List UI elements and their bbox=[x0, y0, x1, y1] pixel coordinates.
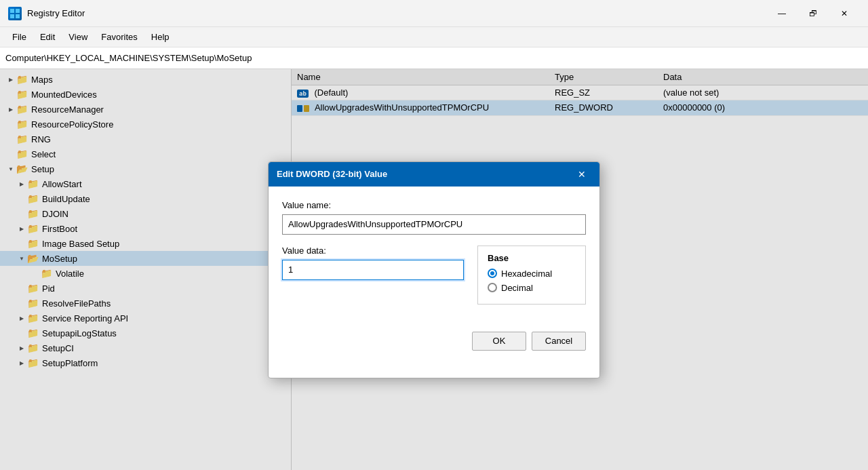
minimize-button[interactable]: — bbox=[766, 3, 797, 24]
dialog-body: Value name: Value data: Base Hexadecimal bbox=[269, 187, 599, 332]
close-button[interactable]: ✕ bbox=[829, 3, 860, 24]
radio-hex-indicator[interactable] bbox=[488, 269, 497, 278]
value-data-input[interactable] bbox=[282, 260, 464, 280]
address-path[interactable]: Computer\HKEY_LOCAL_MACHINE\SYSTEM\Setup… bbox=[5, 53, 252, 63]
dialog-title: Edit DWORD (32-bit) Value bbox=[277, 169, 572, 179]
menu-file[interactable]: File bbox=[5, 29, 33, 45]
menu-favorites[interactable]: Favorites bbox=[94, 29, 144, 45]
window-title: Registry Editor bbox=[27, 8, 766, 18]
value-data-group: Value data: bbox=[282, 246, 464, 305]
address-bar: Computer\HKEY_LOCAL_MACHINE\SYSTEM\Setup… bbox=[0, 47, 868, 69]
menu-view[interactable]: View bbox=[62, 29, 94, 45]
radio-hex-label: Hexadecimal bbox=[501, 269, 552, 279]
value-name-input[interactable] bbox=[282, 214, 586, 235]
base-group: Base Hexadecimal Decimal bbox=[477, 246, 586, 305]
dialog-footer: OK Cancel bbox=[269, 332, 599, 364]
svg-rect-1 bbox=[16, 9, 20, 13]
maximize-button[interactable]: 🗗 bbox=[797, 3, 829, 24]
form-row: Value data: Base Hexadecimal Decimal bbox=[282, 246, 586, 305]
title-bar: Registry Editor — 🗗 ✕ bbox=[0, 0, 868, 27]
radio-hexadecimal[interactable]: Hexadecimal bbox=[488, 269, 576, 279]
dialog-titlebar: Edit DWORD (32-bit) Value ✕ bbox=[269, 162, 599, 187]
cancel-button[interactable]: Cancel bbox=[532, 332, 586, 351]
svg-rect-3 bbox=[16, 14, 20, 18]
radio-dec-indicator[interactable] bbox=[488, 283, 497, 292]
app-icon bbox=[8, 7, 22, 20]
radio-dec-label: Decimal bbox=[501, 283, 533, 293]
svg-rect-2 bbox=[10, 14, 14, 18]
window-controls: — 🗗 ✕ bbox=[766, 3, 860, 24]
base-group-title: Base bbox=[488, 253, 576, 263]
menu-edit[interactable]: Edit bbox=[33, 29, 62, 45]
dialog-close-button[interactable]: ✕ bbox=[572, 165, 591, 184]
radio-decimal[interactable]: Decimal bbox=[488, 283, 576, 293]
ok-button[interactable]: OK bbox=[472, 332, 526, 351]
edit-dword-dialog: Edit DWORD (32-bit) Value ✕ Value name: … bbox=[268, 161, 600, 378]
value-name-label: Value name: bbox=[282, 200, 586, 210]
main-content: Maps MountedDevices ResourceManager Reso… bbox=[0, 69, 868, 470]
menu-bar: File Edit View Favorites Help bbox=[0, 27, 868, 47]
value-data-label: Value data: bbox=[282, 246, 464, 256]
dialog-overlay: Edit DWORD (32-bit) Value ✕ Value name: … bbox=[0, 69, 868, 470]
menu-help[interactable]: Help bbox=[144, 29, 176, 45]
svg-rect-0 bbox=[10, 9, 14, 13]
